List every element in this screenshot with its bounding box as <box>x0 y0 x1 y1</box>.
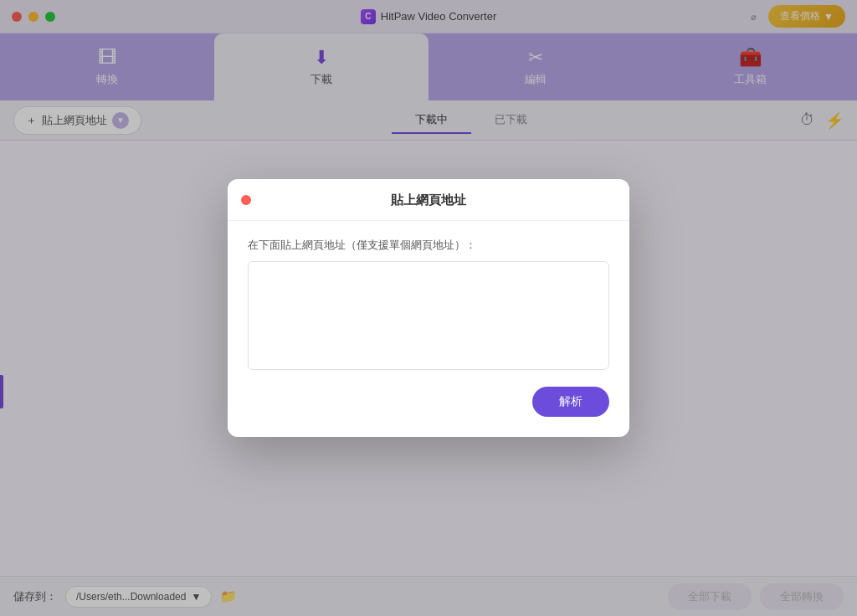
dialog-header: 貼上網頁地址 <box>228 179 629 221</box>
url-input[interactable] <box>248 261 609 370</box>
dialog-title: 貼上網頁地址 <box>391 192 466 208</box>
dialog-footer: 解析 <box>228 373 629 417</box>
dialog-close-button[interactable] <box>241 195 251 205</box>
dialog-label: 在下面貼上網頁地址（僅支援單個網頁地址）： <box>248 238 609 253</box>
paste-url-dialog: 貼上網頁地址 在下面貼上網頁地址（僅支援單個網頁地址）： 解析 <box>228 179 629 437</box>
modal-overlay[interactable]: 貼上網頁地址 在下面貼上網頁地址（僅支援單個網頁地址）： 解析 <box>0 0 857 616</box>
analyze-button[interactable]: 解析 <box>532 387 609 417</box>
dialog-body: 在下面貼上網頁地址（僅支援單個網頁地址）： <box>228 221 629 373</box>
